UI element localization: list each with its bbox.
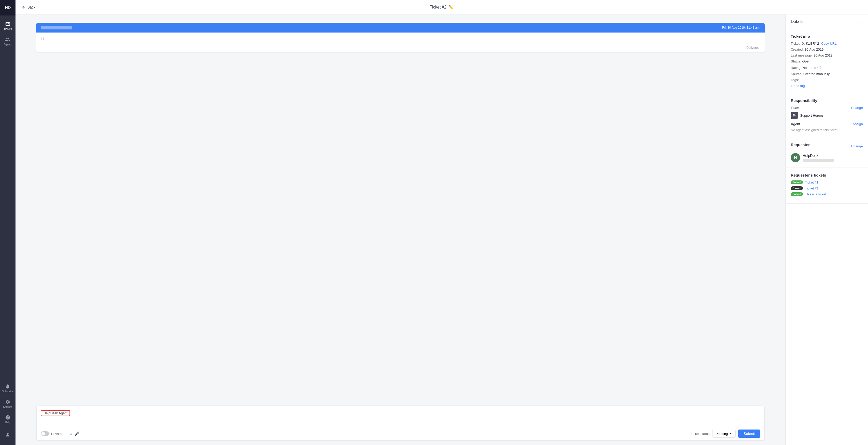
created-value: 30 Aug 2019 (805, 47, 824, 52)
created-label: Created: (791, 47, 804, 52)
tags-row: Tags: + add tag (791, 78, 863, 88)
details-panel-header: Details ... (785, 14, 868, 29)
rating-value: Not rated (802, 66, 816, 70)
source-label: Source: (791, 72, 802, 76)
ticket-list: SolvedTicket #1ClosedTicket #1SolvedThis… (791, 180, 863, 196)
agent-tag[interactable]: HelpDesk Agent (41, 410, 70, 416)
edit-title-icon[interactable]: ✏️ (448, 5, 454, 9)
requester-row: Requester Change (791, 142, 863, 150)
last-message-value: 30 Aug 2019 (814, 54, 833, 57)
sidebar-label-agents: Agents (4, 43, 11, 46)
ticket-link[interactable]: Ticket #1 (805, 186, 818, 190)
status-dropdown-value: Pending (716, 432, 728, 436)
last-message-row: Last message: 30 Aug 2019 (791, 54, 863, 57)
sidebar-item-help[interactable]: Help (0, 411, 16, 427)
reply-toolbar: Private # 🎤 Ticket status Pending (37, 427, 764, 440)
sidebar-label-subscribe: Subscribe (2, 390, 13, 393)
header: Back Ticket #2 ✏️ (16, 0, 868, 14)
requester-name: HelpDesk (803, 153, 834, 158)
responsibility-title: Responsibility (791, 98, 863, 103)
ticket-title: Ticket #2 (430, 5, 446, 9)
responsibility-section: Responsibility Team Change SH Support He… (785, 93, 868, 137)
message-body: hi (36, 33, 765, 45)
ticket-badge-solved: Solved (791, 192, 803, 196)
sidebar-label-help: Help (5, 421, 10, 424)
requester-details: HelpDesk (803, 153, 834, 162)
ticket-link[interactable]: This is a ticket (805, 192, 826, 196)
status-dropdown[interactable]: Pending (712, 430, 736, 438)
ticket-info-section: Ticket info Ticket ID: K1GRY2 Copy URL C… (785, 29, 868, 93)
more-options-icon[interactable]: ... (857, 19, 863, 25)
team-label: Team (791, 106, 799, 110)
source-row: Source: Created manually (791, 72, 863, 76)
sidebar-label-settings: Settings (3, 406, 12, 408)
ticket-info-title: Ticket info (791, 34, 863, 38)
sidebar: HD Tickets Agents Subscribe Settings Hel… (0, 0, 16, 445)
back-button[interactable]: Back (22, 5, 35, 9)
hash-icon[interactable]: # (69, 431, 73, 436)
ticket-area: Fri, 30 Aug 2019, 11:41 am hi Delivered … (16, 14, 868, 445)
no-agent-text: No agent assigned to this ticket. (791, 128, 863, 132)
source-value: Created manually (803, 72, 830, 76)
requesters-tickets-section: Requester's tickets SolvedTicket #1Close… (785, 168, 868, 204)
header-title: Ticket #2 ✏️ (430, 5, 454, 9)
reply-input-area[interactable]: HelpDesk Agent (37, 406, 764, 427)
details-panel-title: Details (791, 20, 803, 24)
status-row: Status: Open (791, 59, 863, 63)
sidebar-nav: Tickets Agents (0, 15, 16, 380)
team-badge: SH (791, 112, 798, 119)
sidebar-label-tickets: Tickets (4, 28, 11, 30)
requester-info: H HelpDesk (791, 153, 863, 162)
message-bubble: Fri, 30 Aug 2019, 11:41 am hi Delivered (36, 23, 765, 52)
details-panel: Details ... Ticket info Ticket ID: K1GRY… (785, 14, 868, 445)
toolbar-divider (67, 431, 67, 436)
ticket-id-value: K1GRY2 (806, 41, 819, 45)
private-toggle-switch[interactable] (41, 431, 49, 436)
team-row: Team Change (791, 106, 863, 110)
back-label: Back (27, 5, 35, 9)
sidebar-item-agents[interactable]: Agents (0, 34, 16, 49)
team-name: Support Heroes (800, 113, 824, 117)
info-icon: ⓘ (817, 65, 821, 70)
last-message-label: Last message: (791, 54, 813, 57)
conversation-panel: Fri, 30 Aug 2019, 11:41 am hi Delivered … (16, 14, 785, 445)
reply-area: HelpDesk Agent Private # 🎤 Ticket status (16, 401, 785, 445)
requester-change-link[interactable]: Change (851, 144, 863, 148)
message-sender (41, 26, 72, 29)
agent-row: Agent Assign (791, 122, 863, 126)
requester-title: Requester (791, 142, 810, 147)
sidebar-item-subscribe[interactable]: Subscribe (0, 380, 16, 396)
add-tag-button[interactable]: + add tag (791, 84, 805, 88)
back-arrow-icon (22, 5, 26, 9)
rating-label: Rating: (791, 66, 801, 70)
tags-label: Tags: (791, 78, 863, 82)
status-value: Open (802, 59, 810, 63)
team-item: SH Support Heroes (791, 112, 863, 119)
sidebar-item-settings[interactable]: Settings (0, 396, 16, 411)
sidebar-logo: HD (0, 0, 16, 15)
status-label: Status: (791, 59, 801, 63)
main-content: Back Ticket #2 ✏️ Fri, 30 Aug 2019, 11:4… (16, 0, 868, 445)
private-toggle: Private (41, 431, 61, 436)
submit-button[interactable]: Submit (738, 430, 760, 438)
requester-avatar: H (791, 153, 800, 162)
messages-area: Fri, 30 Aug 2019, 11:41 am hi Delivered (16, 14, 785, 401)
mic-icon[interactable]: 🎤 (73, 431, 81, 436)
team-change-link[interactable]: Change (851, 106, 863, 110)
reply-box: HelpDesk Agent Private # 🎤 Ticket status (36, 406, 765, 441)
chevron-down-icon (729, 432, 733, 435)
assign-link[interactable]: Assign (853, 122, 863, 126)
ticket-status-group: Ticket status Pending Submit (691, 430, 760, 438)
copy-url-link[interactable]: Copy URL (821, 41, 837, 45)
sidebar-bottom: Subscribe Settings Help (0, 380, 16, 445)
sidebar-avatar[interactable] (0, 427, 16, 442)
ticket-status-label: Ticket status (691, 432, 709, 436)
ticket-id-row: Ticket ID: K1GRY2 Copy URL (791, 41, 863, 45)
ticket-link[interactable]: Ticket #1 (805, 180, 818, 184)
ticket-list-item: SolvedThis is a ticket (791, 192, 863, 196)
sidebar-item-tickets[interactable]: Tickets (0, 18, 16, 34)
ticket-id-label: Ticket ID: (791, 41, 805, 45)
ticket-list-item: SolvedTicket #1 (791, 180, 863, 184)
ticket-list-item: ClosedTicket #1 (791, 186, 863, 190)
ticket-badge-closed: Closed (791, 186, 803, 190)
